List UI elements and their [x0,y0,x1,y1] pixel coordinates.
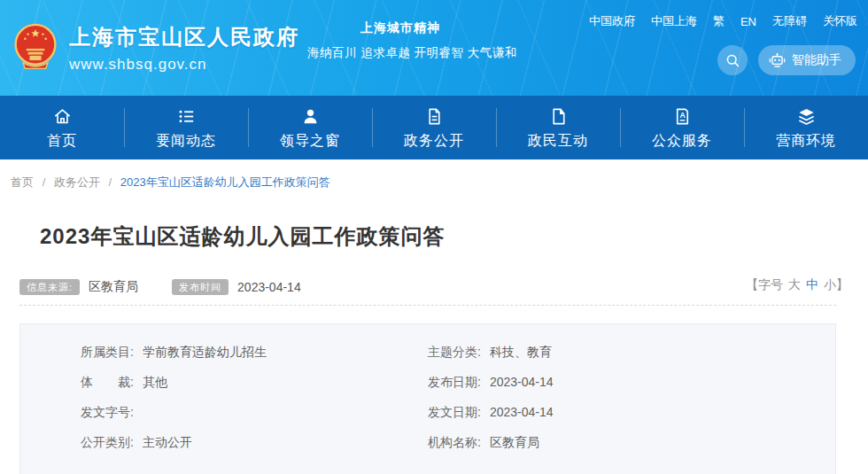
font-size-open-bracket: 【 [746,277,758,293]
nav-item-business[interactable]: 营商环境 [744,96,868,159]
svg-text:A: A [679,110,685,119]
top-link-care-version[interactable]: 关怀版 [823,13,857,29]
page: 上海市宝山区人民政府 www.shbsq.gov.cn 上海城市精神 海纳百川 … [0,0,868,474]
top-link-accessibility[interactable]: 无障碍 [772,13,807,29]
nav-item-public-service[interactable]: A 公众服务 [620,96,744,159]
meta-value: 2023-04-14 [490,375,554,389]
service-doc-icon: A [672,105,693,127]
breadcrumb-home[interactable]: 首页 [11,175,34,189]
breadcrumb-current-page: 2023年宝山区适龄幼儿入园工作政策问答 [120,175,330,189]
news-list-icon [176,105,197,127]
nav-item-leaders[interactable]: 领导之窗 [248,96,372,159]
header-actions: 智能助手 [717,45,856,75]
business-layers-icon [796,105,817,127]
robot-icon [769,52,786,69]
article-info-row: 信息来源: 区教育局 发布时间 2023-04-14 【 字号 大 中 小 】 [19,277,849,297]
breadcrumb: 首页 / 政务公开 / 2023年宝山区适龄幼儿入园工作政策问答 [11,175,868,190]
meta-label: 公开类别: [81,435,134,451]
meta-row: 所属类目: 学前教育适龄幼儿招生 主题分类: 科技、教育 [20,338,835,368]
nav-item-home[interactable]: 首页 [0,96,124,159]
page-title: 2023年宝山区适龄幼儿入园工作政策问答 [40,222,868,251]
document-meta-box: 所属类目: 学前教育适龄幼儿招生 主题分类: 科技、教育 体 裁: 其他 发布日… [19,323,836,474]
top-link-english[interactable]: EN [740,15,756,28]
site-url: www.shbsq.gov.cn [69,56,299,74]
nav-item-gov-info[interactable]: 政务公开 [372,96,496,159]
home-icon [52,105,73,127]
meta-row: 发文字号: 发文日期: 2023-04-14 [20,398,835,428]
top-links: 中国政府 中国上海 繁 EN 无障碍 关怀版 [589,13,857,29]
font-size-small-button[interactable]: 小 [824,277,836,293]
site-name: 上海市宝山区人民政府 [69,23,299,51]
city-slogan: 上海城市精神 海纳百川 追求卓越 开明睿智 大气谦和 [307,20,493,61]
meta-value: 区教育局 [490,435,539,451]
top-link-traditional[interactable]: 繁 [713,13,725,29]
publish-time-value: 2023-04-14 [237,280,301,294]
meta-label: 体 裁: [81,375,134,391]
top-link-china-gov[interactable]: 中国政府 [589,13,635,29]
meta-value: 学前教育适龄幼儿招生 [143,345,267,361]
nav-item-interaction[interactable]: 政民互动 [496,96,620,159]
leader-person-icon [300,105,321,127]
meta-row: 体 裁: 其他 发布日期: 2023-04-14 [20,368,835,398]
top-link-china-shanghai[interactable]: 中国上海 [651,13,697,29]
slogan-text: 海纳百川 追求卓越 开明睿智 大气谦和 [307,45,493,61]
nav-item-news[interactable]: 要闻动态 [124,96,248,159]
national-emblem-icon [11,21,60,74]
site-header: 上海市宝山区人民政府 www.shbsq.gov.cn 上海城市精神 海纳百川 … [0,0,868,96]
meta-value: 其他 [143,375,167,391]
meta-label: 主题分类: [428,345,481,361]
meta-label: 所属类目: [81,345,134,361]
source-badge: 信息来源: [19,279,80,295]
font-size-large-button[interactable]: 大 [788,277,801,293]
publish-time-badge: 发布时间 [172,279,229,295]
meta-value: 2023-04-14 [490,405,554,419]
smart-assistant-button[interactable]: 智能助手 [758,45,856,75]
dashed-divider [19,305,836,306]
meta-row: 公开类别: 主动公开 机构名称: 区教育局 [20,428,835,458]
meta-value: 科技、教育 [490,345,552,361]
font-size-medium-button[interactable]: 中 [806,277,818,293]
smart-assistant-label: 智能助手 [792,52,841,68]
meta-label: 发文日期: [428,405,481,421]
font-size-close-bracket: 】 [836,277,849,293]
breadcrumb-separator: / [109,175,112,189]
site-brand[interactable]: 上海市宝山区人民政府 www.shbsq.gov.cn [11,21,299,74]
main-nav: 首页 要闻动态 领导之窗 [0,96,868,159]
meta-value: 主动公开 [143,435,192,451]
search-icon [725,53,740,68]
meta-label: 发文字号: [81,405,134,421]
source-value: 区教育局 [89,279,138,295]
meta-label: 发布日期: [428,375,481,391]
gov-document-icon [424,105,445,127]
search-button[interactable] [717,45,748,75]
brand-text: 上海市宝山区人民政府 www.shbsq.gov.cn [69,23,299,74]
breadcrumb-separator: / [43,175,46,189]
breadcrumb-gov-info[interactable]: 政务公开 [54,175,100,189]
font-size-label: 字号 [758,277,783,293]
meta-label: 机构名称: [428,435,481,451]
font-size-control: 【 字号 大 中 小 】 [746,277,849,293]
interaction-page-icon [548,105,569,127]
slogan-title: 上海城市精神 [307,20,493,36]
